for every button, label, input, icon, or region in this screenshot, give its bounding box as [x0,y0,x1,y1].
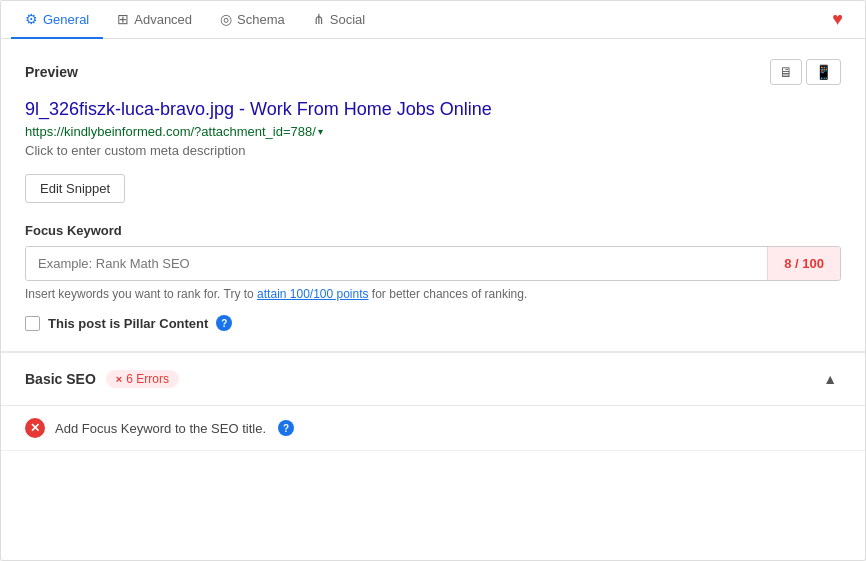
desktop-view-button[interactable]: 🖥 [770,59,802,85]
mobile-view-button[interactable]: 📱 [806,59,841,85]
pillar-content-label: This post is Pillar Content [48,316,208,331]
basic-seo-section: Basic SEO × 6 Errors ▲ ✕ Add Focus Keywo… [1,352,865,451]
tab-advanced-label: Advanced [134,12,192,27]
tab-schema-label: Schema [237,12,285,27]
pillar-content-checkbox[interactable] [25,316,40,331]
seo-item-help-icon[interactable]: ? [278,420,294,436]
basic-seo-header: Basic SEO × 6 Errors ▲ [1,353,865,406]
advanced-icon: ⊞ [117,11,129,27]
preview-header: Preview 🖥 📱 [25,59,841,85]
preview-label: Preview [25,64,78,80]
preview-title[interactable]: 9l_326fiszk-luca-bravo.jpg - Work From H… [25,99,841,120]
pillar-content-row: This post is Pillar Content ? [25,315,841,331]
tab-social-label: Social [330,12,365,27]
focus-keyword-input[interactable] [26,247,767,280]
keyword-hint-suffix: for better chances of ranking. [369,287,528,301]
tab-social[interactable]: ⋔ Social [299,1,379,39]
preview-description[interactable]: Click to enter custom meta description [25,143,841,158]
tab-general-label: General [43,12,89,27]
tab-schema[interactable]: ◎ Schema [206,1,299,39]
device-toggle-group: 🖥 📱 [770,59,841,85]
main-content-area: Preview 🖥 📱 9l_326fiszk-luca-bravo.jpg -… [1,39,865,352]
keyword-score-badge: 8 / 100 [767,247,840,280]
seo-item: ✕ Add Focus Keyword to the SEO title. ? [1,406,865,451]
seo-item-text: Add Focus Keyword to the SEO title. [55,421,266,436]
basic-seo-collapse-button[interactable]: ▲ [819,367,841,391]
attain-points-link[interactable]: attain 100/100 points [257,287,368,301]
seo-item-error-icon: ✕ [25,418,45,438]
heart-icon[interactable]: ♥ [820,1,855,38]
keyword-hint: Insert keywords you want to rank for. Tr… [25,287,841,301]
basic-seo-title: Basic SEO [25,371,96,387]
basic-seo-title-group: Basic SEO × 6 Errors [25,370,179,388]
edit-snippet-button[interactable]: Edit Snippet [25,174,125,203]
general-icon: ⚙ [25,11,38,27]
url-dropdown-arrow: ▾ [318,126,323,137]
main-container: ⚙ General ⊞ Advanced ◎ Schema ⋔ Social ♥… [0,0,866,561]
preview-url[interactable]: https://kindlybeinformed.com/?attachment… [25,124,841,139]
errors-x-icon: × [116,373,122,385]
keyword-input-wrapper: 8 / 100 [25,246,841,281]
keyword-hint-text: Insert keywords you want to rank for. Tr… [25,287,257,301]
errors-badge: × 6 Errors [106,370,179,388]
focus-keyword-section: Focus Keyword 8 / 100 Insert keywords yo… [25,223,841,301]
focus-keyword-label: Focus Keyword [25,223,841,238]
schema-icon: ◎ [220,11,232,27]
tab-advanced[interactable]: ⊞ Advanced [103,1,206,39]
pillar-help-icon[interactable]: ? [216,315,232,331]
preview-url-text: https://kindlybeinformed.com/?attachment… [25,124,316,139]
tab-bar: ⚙ General ⊞ Advanced ◎ Schema ⋔ Social ♥ [1,1,865,39]
tab-general[interactable]: ⚙ General [11,1,103,39]
errors-count-text: 6 Errors [126,372,169,386]
social-icon: ⋔ [313,11,325,27]
